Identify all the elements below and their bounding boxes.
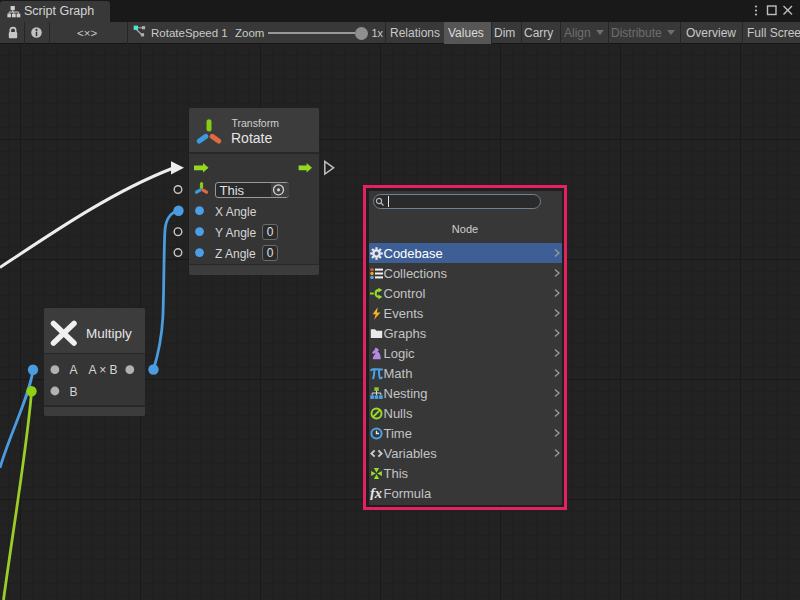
svg-text:fx: fx [370, 487, 382, 500]
